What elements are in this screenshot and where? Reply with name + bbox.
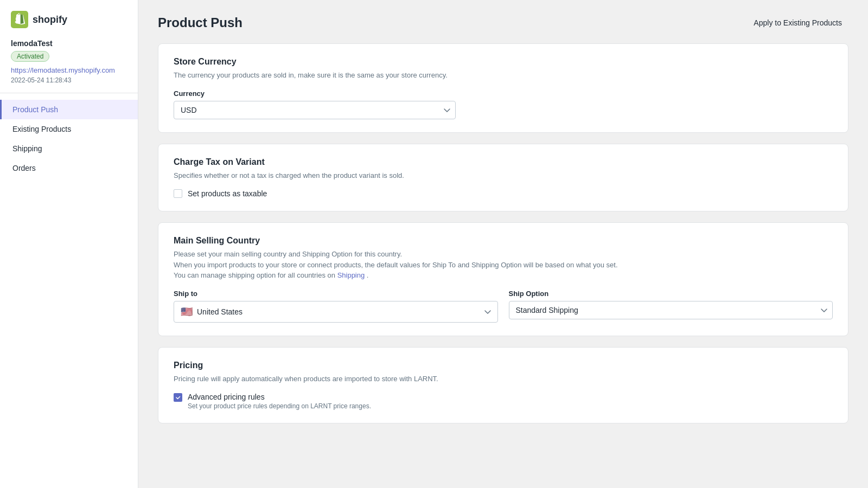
charge-tax-title: Charge Tax on Variant [174, 157, 833, 167]
store-date: 2022-05-24 11:28:43 [11, 76, 127, 84]
us-flag-icon: 🇺🇸 [181, 306, 193, 318]
pricing-title: Pricing [174, 361, 833, 370]
main-selling-country-desc: Please set your main selling country and… [174, 249, 833, 281]
sidebar-item-shipping[interactable]: Shipping [0, 139, 138, 158]
currency-select[interactable]: USD EUR GBP CAD AUD [174, 101, 456, 119]
nav-label-product-push: Product Push [12, 105, 58, 114]
desc-line3-suffix: . [365, 271, 368, 279]
sidebar-logo: shopify [0, 11, 138, 39]
sidebar-nav: Product Push Existing Products Shipping … [0, 93, 138, 184]
apply-to-existing-button[interactable]: Apply to Existing Products [747, 15, 848, 30]
ship-to-selected-value: 🇺🇸 United States [181, 306, 242, 318]
sidebar: shopify lemodaTest Activated https://lem… [0, 0, 138, 488]
advanced-pricing-label: Advanced pricing rules [188, 393, 371, 401]
nav-label-existing-products: Existing Products [12, 125, 71, 133]
shopify-icon [11, 11, 28, 28]
ship-to-field: Ship to 🇺🇸 United States [174, 290, 498, 323]
pricing-card: Pricing Pricing rule will apply automati… [158, 347, 848, 424]
taxable-checkbox[interactable] [174, 189, 182, 198]
ship-to-country-text: United States [197, 307, 242, 316]
advanced-pricing-checkbox[interactable] [174, 393, 182, 402]
sidebar-item-existing-products[interactable]: Existing Products [0, 119, 138, 139]
sidebar-item-product-push[interactable]: Product Push [0, 100, 138, 119]
store-currency-subtitle: The currency your products are sold in, … [174, 70, 833, 81]
store-currency-card: Store Currency The currency your product… [158, 43, 848, 133]
charge-tax-subtitle: Specifies whether or not a tax is charge… [174, 170, 833, 181]
nav-label-orders: Orders [12, 164, 36, 172]
ship-to-label: Ship to [174, 290, 498, 298]
shipping-grid: Ship to 🇺🇸 United States [174, 290, 833, 323]
store-name: lemodaTest [11, 39, 127, 48]
ship-to-chevron-icon [484, 307, 491, 316]
store-url-link[interactable]: https://lemodatest.myshopify.com [11, 66, 127, 74]
logo-text: shopify [33, 14, 67, 25]
nav-label-shipping: Shipping [12, 144, 42, 153]
pricing-subtitle: Pricing rule will apply automatically wh… [174, 374, 833, 384]
ship-option-label: Ship Option [509, 290, 833, 298]
page-title: Product Push [158, 15, 242, 30]
ship-option-select[interactable]: Standard Shipping Express Shipping Econo… [509, 301, 833, 319]
ship-option-field: Ship Option Standard Shipping Express Sh… [509, 290, 833, 323]
advanced-pricing-sub: Set your product price rules depending o… [188, 402, 371, 410]
pricing-checkbox-row: Advanced pricing rules Set your product … [174, 393, 833, 410]
taxable-checkbox-label: Set products as taxable [188, 189, 267, 198]
shipping-link[interactable]: Shipping [337, 271, 365, 279]
currency-label: Currency [174, 89, 833, 98]
main-content: Product Push Apply to Existing Products … [138, 0, 868, 488]
pricing-label-block: Advanced pricing rules Set your product … [188, 393, 371, 410]
charge-tax-card: Charge Tax on Variant Specifies whether … [158, 144, 848, 212]
desc-line1: Please set your main selling country and… [174, 250, 402, 258]
page-header: Product Push Apply to Existing Products [158, 15, 848, 30]
currency-select-wrapper: USD EUR GBP CAD AUD [174, 101, 456, 119]
activated-badge: Activated [11, 51, 49, 62]
main-selling-country-title: Main Selling Country [174, 236, 833, 246]
ship-to-select-wrapper[interactable]: 🇺🇸 United States [174, 301, 498, 323]
ship-option-select-wrapper: Standard Shipping Express Shipping Econo… [509, 301, 833, 319]
sidebar-item-orders[interactable]: Orders [0, 158, 138, 178]
store-info: lemodaTest Activated https://lemodatest.… [0, 39, 138, 93]
store-currency-title: Store Currency [174, 57, 833, 67]
desc-line3-prefix: You can manage shipping option for all c… [174, 271, 337, 279]
main-selling-country-card: Main Selling Country Please set your mai… [158, 222, 848, 336]
taxable-checkbox-row: Set products as taxable [174, 189, 833, 198]
desc-line2: When you import products to your store o… [174, 261, 618, 269]
ship-to-dropdown[interactable]: 🇺🇸 United States [174, 301, 498, 323]
